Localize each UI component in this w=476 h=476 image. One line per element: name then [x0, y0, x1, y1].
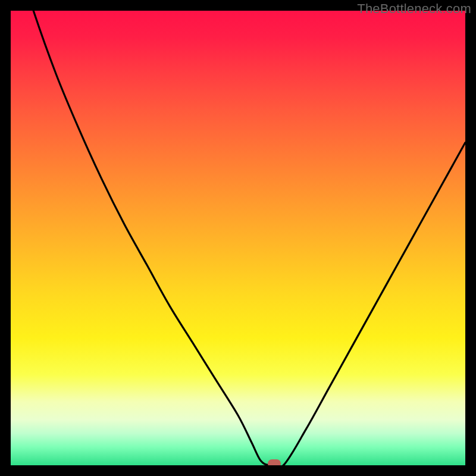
- plot-area: [11, 11, 465, 465]
- chart-frame: TheBottleneck.com: [0, 0, 476, 476]
- bottleneck-curve: [11, 11, 465, 465]
- watermark-text: TheBottleneck.com: [357, 1, 471, 17]
- optimum-marker: [268, 459, 281, 465]
